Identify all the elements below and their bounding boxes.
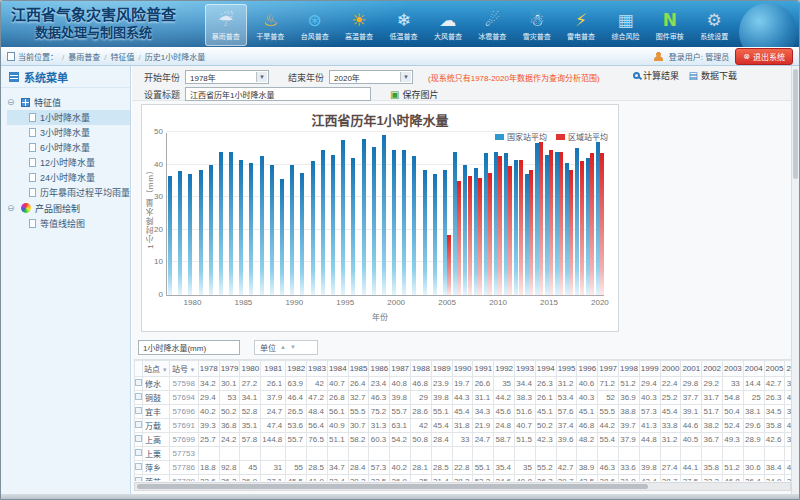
row-expander-cell[interactable] bbox=[135, 475, 143, 482]
value-cell: 37.9 bbox=[619, 433, 640, 447]
table-row[interactable]: 萍乡5778618.892.845315528.534.728.457.340.… bbox=[135, 461, 792, 475]
value-cell: 33.6 bbox=[619, 461, 640, 475]
value-cell: 28.4 bbox=[431, 433, 452, 447]
bar-regional-2019 bbox=[590, 153, 594, 295]
row-expander-cell[interactable] bbox=[135, 405, 143, 419]
table-row[interactable]: 铜鼓5769429.45334.137.946.447.226.832.746.… bbox=[135, 391, 792, 405]
value-cell: 55 bbox=[286, 461, 307, 475]
breadcrumb-item[interactable]: 暴雨普查 bbox=[68, 53, 100, 62]
table-row[interactable]: 莲花5778922.636.236.937.145.541.923.430.23… bbox=[135, 475, 792, 482]
toolbar-item-lightning[interactable]: ⚡雷电普查 bbox=[560, 4, 601, 46]
value-cell: 39.1 bbox=[681, 405, 702, 419]
sidebar-item-12小时降水量[interactable]: 12小时降水量 bbox=[7, 155, 130, 170]
value-cell bbox=[681, 447, 702, 461]
table-header-row: 站点 ▼站号 ▼19781979198019811982198319841985… bbox=[135, 361, 792, 377]
value-cell: 33 bbox=[723, 377, 744, 391]
value-cell: 51.5 bbox=[515, 433, 536, 447]
row-expander-cell[interactable] bbox=[135, 461, 143, 475]
toolbar-item-settings[interactable]: ⚙系统设置 bbox=[694, 4, 735, 46]
toolbar-item-risk[interactable]: ▦综合风险 bbox=[605, 4, 646, 46]
bar-national-1992 bbox=[311, 161, 315, 295]
chevron-down-icon: ▼ bbox=[400, 72, 411, 82]
toolbar-item-audit[interactable]: N图件审核 bbox=[649, 4, 690, 46]
toolbar-item-snow[interactable]: ☃雪灾普查 bbox=[516, 4, 557, 46]
value-cell: 36.9 bbox=[619, 391, 640, 405]
value-cell: 24.7 bbox=[473, 433, 494, 447]
value-cell: 26.9 bbox=[390, 475, 411, 482]
value-cell: 54.2 bbox=[390, 433, 411, 447]
table-row[interactable]: 修水5759834.230.127.226.163.94240.726.423.… bbox=[135, 377, 792, 391]
toolbar-item-drought[interactable]: ♨干旱普查 bbox=[250, 4, 291, 46]
table-row[interactable]: 上栗57753 bbox=[135, 447, 792, 461]
calc-result-button[interactable]: 计算结果 bbox=[633, 69, 679, 82]
table-controls: 1小时降水量(mm) 单位 ▲ ▼ bbox=[138, 336, 791, 358]
tree-expander-icon[interactable]: ⊖ bbox=[7, 203, 17, 213]
sidebar-item-1小时降水量[interactable]: 1小时降水量 bbox=[7, 110, 130, 125]
row-expand-icon[interactable] bbox=[135, 477, 142, 481]
main-vertical-scrollbar[interactable] bbox=[791, 66, 799, 494]
toolbar-item-gale[interactable]: ☁大风普查 bbox=[427, 4, 468, 46]
value-cell: 42.4 bbox=[639, 475, 660, 482]
value-cell: 44.1 bbox=[681, 461, 702, 475]
value-cell: 31.8 bbox=[452, 419, 473, 433]
row-expander-cell[interactable] bbox=[135, 447, 143, 461]
toolbar-item-hail[interactable]: ☄冰雹普查 bbox=[472, 4, 513, 46]
row-expand-icon[interactable] bbox=[135, 449, 142, 456]
table-row[interactable]: 宜丰5769640.250.252.824.726.548.456.155.57… bbox=[135, 405, 792, 419]
value-cell: 30.1 bbox=[219, 377, 240, 391]
toolbar-item-rainstorm[interactable]: ☔暴雨普查 bbox=[205, 4, 247, 46]
value-cell: 52 bbox=[598, 391, 619, 405]
data-download-button[interactable]: ▤ 数据下载 bbox=[689, 69, 737, 82]
sidebar-item-3小时降水量[interactable]: 3小时降水量 bbox=[7, 125, 130, 140]
sort-icon[interactable]: ▼ bbox=[160, 367, 168, 373]
station-id-cell: 57696 bbox=[169, 405, 198, 419]
end-year-select[interactable]: 2020年 ▼ bbox=[329, 70, 413, 84]
row-expand-icon[interactable] bbox=[135, 407, 142, 414]
value-cell: 60.3 bbox=[369, 433, 390, 447]
table-row[interactable]: 上高5769925.724.257.8144.855.776.551.158.2… bbox=[135, 433, 792, 447]
value-cell: 31.3 bbox=[369, 419, 390, 433]
unit-filter[interactable]: 单位 ▲ ▼ bbox=[254, 340, 318, 355]
row-expander-cell[interactable] bbox=[135, 377, 143, 391]
tree-expander-icon[interactable]: ⊖ bbox=[7, 97, 17, 107]
sort-icon[interactable]: ▼ bbox=[188, 367, 196, 373]
row-expand-icon[interactable] bbox=[135, 379, 142, 386]
row-expander-cell[interactable] bbox=[135, 391, 143, 405]
year-column-header: 1978 bbox=[198, 361, 219, 377]
sidebar-item-等值线绘图[interactable]: 等值线绘图 bbox=[7, 216, 130, 231]
value-cell: 57.3 bbox=[639, 405, 660, 419]
sidebar-item-24小时降水量[interactable]: 24小时降水量 bbox=[7, 170, 130, 185]
table-row[interactable]: 万载5769139.336.835.147.453.656.440.930.73… bbox=[135, 419, 792, 433]
sidebar-item-6小时降水量[interactable]: 6小时降水量 bbox=[7, 140, 130, 155]
toolbar-item-label: 图件审核 bbox=[656, 32, 684, 41]
data-type-box[interactable]: 1小时降水量(mm) bbox=[138, 340, 240, 355]
tree-group-0[interactable]: ⊖特征值 bbox=[7, 94, 130, 110]
bar-regional-2017 bbox=[569, 170, 573, 296]
value-cell: 75.2 bbox=[369, 405, 390, 419]
chart-title-input[interactable] bbox=[185, 87, 371, 101]
toolbar-item-high-temp[interactable]: ☀高温普查 bbox=[338, 4, 379, 46]
row-expand-icon[interactable] bbox=[135, 435, 142, 442]
row-expander-cell[interactable] bbox=[135, 419, 143, 433]
toolbar-item-typhoon[interactable]: ⊛台风普查 bbox=[294, 4, 335, 46]
breadcrumb-item[interactable]: 特征值 bbox=[110, 53, 134, 62]
row-expand-icon[interactable] bbox=[135, 463, 142, 470]
scrollbar-thumb[interactable] bbox=[793, 69, 798, 179]
row-expander-cell[interactable] bbox=[135, 433, 143, 447]
breadcrumb-item[interactable]: 历史1小时降水量 bbox=[145, 53, 205, 62]
row-expand-icon[interactable] bbox=[135, 393, 142, 400]
save-image-button[interactable]: ▣ 保存图片 bbox=[390, 88, 438, 101]
start-year-select[interactable]: 1978年 ▼ bbox=[185, 70, 269, 84]
bar-national-2000 bbox=[392, 150, 396, 295]
row-expand-icon[interactable] bbox=[135, 421, 142, 428]
value-cell: 40.7 bbox=[515, 419, 536, 433]
value-cell: 46.8 bbox=[577, 419, 598, 433]
scrollbar-thumb[interactable] bbox=[137, 484, 648, 489]
breadcrumb-separator: / bbox=[138, 53, 140, 62]
table-horizontal-scrollbar[interactable] bbox=[134, 482, 791, 491]
tree-group-1[interactable]: ⊖产品图绘制 bbox=[7, 200, 130, 216]
toolbar-item-low-temp[interactable]: ❄低温普查 bbox=[383, 4, 424, 46]
sidebar-item-历年暴雨过程平均雨量[interactable]: 历年暴雨过程平均雨量 bbox=[7, 185, 130, 200]
logout-button[interactable]: ⊗ 退出系统 bbox=[735, 48, 793, 65]
bar-national-1981 bbox=[199, 170, 203, 296]
